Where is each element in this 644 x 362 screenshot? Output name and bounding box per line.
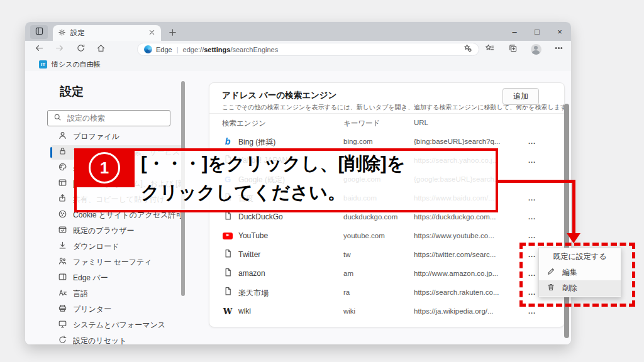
engine-url: https://duckduckgo.com...	[414, 213, 496, 221]
tab-title: 設定	[70, 28, 148, 38]
row-menu-button[interactable]: ...	[523, 209, 541, 224]
engine-name: amazon	[238, 269, 265, 278]
row-menu-button[interactable]: ...	[523, 228, 541, 243]
bookmark-item[interactable]: 情シスの自由帳	[52, 60, 101, 69]
edgebar-icon	[25, 272, 67, 284]
step-badge: 1	[74, 148, 135, 187]
tab-close-icon[interactable]	[148, 28, 156, 39]
maximize-button[interactable]: □	[526, 22, 548, 41]
reset-icon	[25, 335, 67, 347]
forward-button[interactable]	[52, 43, 67, 56]
engine-url: http://www.amazon.co.jp...	[414, 270, 498, 277]
sidebar-item-lang[interactable]: 言語	[25, 286, 208, 302]
address-brand: Edge	[156, 46, 172, 53]
monitor-icon	[25, 319, 67, 331]
person-icon	[25, 131, 67, 143]
collections-icon	[508, 43, 518, 55]
browser-menu-button[interactable]	[551, 43, 566, 56]
bookmark-favicon: IT	[39, 60, 47, 69]
context-menu-item-default[interactable]: 既定に設定する	[539, 249, 621, 265]
page-icon	[223, 268, 233, 280]
address-url: edge://settings/searchEngines	[183, 46, 279, 53]
settings-heading: 設定	[60, 84, 84, 100]
palette-icon	[25, 162, 67, 174]
minimize-button[interactable]: –	[503, 22, 526, 41]
engine-url: https://search.rakuten.co...	[414, 288, 499, 296]
card-title: アドレス バーの検索エンジン	[222, 90, 336, 101]
annotation-callout: 1 [・・・]をクリックし、[削除]を クリックしてください。	[74, 148, 498, 212]
home-button[interactable]	[93, 43, 108, 56]
collections-button[interactable]	[505, 43, 520, 56]
engine-name: YouTube	[238, 231, 268, 240]
engine-name: Twitter	[238, 250, 260, 259]
refresh-button[interactable]	[73, 43, 88, 56]
pencil-icon	[539, 267, 555, 278]
browser-icon	[25, 225, 67, 237]
sidebar-item-edgebar[interactable]: Edge バー	[25, 270, 208, 286]
close-button[interactable]: ×	[548, 22, 571, 41]
profile-button[interactable]	[528, 43, 543, 56]
engine-url: {bing:baseURL}search?q...	[414, 138, 500, 145]
row-menu-button[interactable]: ...	[523, 190, 541, 206]
sidebar-item-label: プロファイル	[73, 131, 119, 142]
sidebar-item-label: プリンター	[73, 304, 111, 315]
forward-icon	[55, 43, 64, 55]
sidebar-item-download[interactable]: ダウンロード	[25, 239, 208, 255]
youtube-icon	[223, 233, 233, 239]
engine-keyword: tw	[343, 251, 351, 258]
refresh-icon	[76, 43, 86, 55]
bookmarks-bar: IT 情シスの自由帳	[25, 58, 571, 72]
tab-settings[interactable]: 設定	[53, 25, 161, 41]
ellipsis-icon	[554, 43, 564, 55]
home-icon	[96, 43, 106, 55]
share-icon	[25, 194, 67, 206]
column-engine: 検索エンジン	[222, 119, 266, 128]
sidebar-item-browser[interactable]: 既定のブラウザー	[25, 223, 208, 239]
engine-name: 楽天市場	[238, 288, 269, 299]
page-icon	[223, 287, 233, 299]
table-header: 検索エンジン キーワード URL	[209, 113, 564, 133]
sidebar-item-family[interactable]: ファミリー セーフティ	[25, 255, 208, 270]
sidebar-item-monitor[interactable]: システムとパフォーマンス	[25, 317, 208, 333]
row-menu-button[interactable]: ...	[523, 153, 541, 168]
annotation-arrow-vertical	[572, 180, 575, 234]
printer-icon	[25, 304, 67, 315]
favorites-settings-icon[interactable]	[463, 43, 472, 55]
title-bar: 設定 – □ ×	[25, 22, 571, 41]
settings-search-box[interactable]	[47, 110, 170, 126]
sidebar-item-printer[interactable]: プリンター	[25, 302, 208, 317]
engine-keyword: youtube.com	[343, 232, 385, 239]
bing-icon: b	[225, 136, 231, 146]
new-tab-button[interactable]	[166, 27, 179, 40]
sidebar-item-reset[interactable]: 設定のリセット	[25, 333, 208, 349]
context-menu-label: 削除	[562, 283, 577, 293]
engine-url: https://ja.wikipedia.org/...	[414, 307, 494, 315]
address-bar[interactable]: Edge | edge://settings/searchEngines	[137, 43, 479, 56]
sidebar-item-label: Edge バー	[73, 273, 108, 283]
address-divider: |	[177, 46, 179, 53]
engine-url: https://twitter.com/searc...	[414, 251, 496, 258]
wikipedia-icon: W	[223, 307, 233, 316]
engine-keyword: ra	[343, 288, 350, 296]
favorites-star-icon	[485, 43, 494, 55]
back-icon	[35, 43, 44, 55]
row-menu-button[interactable]: ...	[523, 172, 541, 187]
engine-row: Twittertwhttps://twitter.com/searc......	[209, 245, 564, 264]
column-url: URL	[414, 119, 428, 126]
favorites-button[interactable]	[482, 43, 497, 56]
engine-row: Wwikiwikihttps://ja.wikipedia.org/......	[209, 302, 564, 321]
engine-keyword: am	[343, 270, 353, 277]
tab-actions-button[interactable]	[30, 25, 48, 39]
context-menu-item-pencil[interactable]: 編集	[539, 265, 621, 280]
settings-search-input[interactable]	[66, 113, 163, 123]
page-icon	[223, 211, 233, 223]
row-menu-button[interactable]: ...	[523, 134, 541, 149]
download-icon	[25, 241, 67, 253]
context-menu-item-trash[interactable]: 削除	[539, 280, 621, 296]
sidebar-item-label: ダウンロード	[73, 241, 119, 252]
add-button[interactable]: 追加	[502, 88, 539, 105]
engine-url: https://www.youtube.co...	[414, 232, 494, 239]
cookie-icon	[25, 209, 67, 221]
sidebar-item-person[interactable]: プロファイル	[25, 129, 208, 145]
back-button[interactable]	[31, 43, 47, 56]
